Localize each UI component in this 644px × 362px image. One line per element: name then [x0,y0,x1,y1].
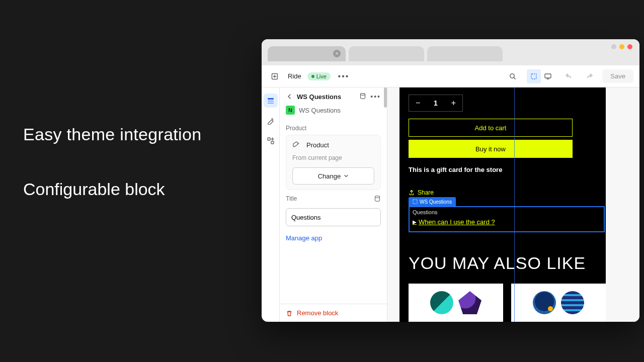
panel-scrollbar[interactable] [384,87,387,304]
share-button[interactable]: Share [409,189,434,196]
marketing-line-1: Easy theme integration [23,125,245,144]
section-label-title: Title [280,190,387,205]
app-window: × Ride Live ••• Save [262,39,639,322]
product-card[interactable] [409,284,503,322]
search-button[interactable] [506,69,520,83]
panel-more-button[interactable]: ••• [370,93,381,101]
questions-heading: Questions [413,209,601,215]
svg-rect-6 [268,103,274,104]
section-title-text: Title [286,195,297,202]
qty-minus-button[interactable]: − [409,95,427,111]
remove-block-button[interactable]: Remove block [280,304,387,322]
live-badge: Live [307,72,331,80]
browser-tab-active[interactable]: × [268,46,346,61]
panel-title: WS Questions [297,93,355,101]
preview-device: − 1 + Add to cart Buy it now This is a g… [399,87,606,322]
qty-value: 1 [427,95,444,111]
rail-app-embeds-button[interactable] [264,134,278,148]
buy-now-button[interactable]: Buy it now [409,140,573,158]
product-source-sub: From current page [292,154,374,161]
window-minimize-icon[interactable] [611,44,616,49]
share-label: Share [418,189,434,196]
product-description: This is a gift card for the store [409,166,502,173]
save-button[interactable]: Save [602,69,633,83]
change-label: Change [318,172,341,180]
marketing-text: Easy theme integration Configurable bloc… [23,125,245,199]
ws-questions-block[interactable]: Questions When can I use the card ? [409,206,605,232]
app-logo-icon: N [286,106,295,115]
svg-rect-12 [413,200,417,204]
remove-block-label: Remove block [297,309,338,317]
product-thumb-icon [533,291,556,314]
title-input[interactable] [286,208,381,226]
question-item[interactable]: When can I use the card ? [413,218,601,226]
add-to-cart-button[interactable]: Add to cart [409,119,573,137]
back-button[interactable] [286,93,293,100]
manage-app-link[interactable]: Manage app [286,234,381,242]
quantity-stepper[interactable]: − 1 + [409,95,463,112]
dots-icon: ••• [338,72,350,81]
viewport-mobile-button[interactable] [527,69,541,83]
product-icon [292,140,301,149]
svg-point-10 [298,143,299,144]
share-icon [409,190,415,196]
app-source-name: WS Questions [299,107,341,114]
section-label-product: Product [280,120,387,135]
dynamic-source-icon[interactable] [374,195,381,202]
window-controls [611,44,632,49]
product-name: Product [306,141,329,149]
caret-down-icon [344,173,349,178]
trash-icon [286,310,293,317]
undo-button[interactable] [562,69,576,83]
svg-rect-2 [531,74,536,79]
theme-name: Ride [288,72,301,80]
product-card[interactable] [511,284,606,322]
browser-tab[interactable] [349,46,424,61]
window-close-icon[interactable] [627,44,632,49]
you-may-also-like-heading: YOU MAY ALSO LIKE [409,253,586,273]
block-icon [413,199,418,204]
marketing-line-2: Configurable block [23,179,245,199]
svg-rect-5 [268,101,274,102]
rail-theme-settings-button[interactable] [264,114,278,128]
change-product-button[interactable]: Change [292,167,374,185]
rail-sections-button[interactable] [264,94,278,108]
product-thumb-icon [458,291,481,314]
viewport-switcher [526,68,556,84]
panel-header: WS Questions ••• [280,87,387,105]
preview-area: − 1 + Add to cart Buy it now This is a g… [387,87,639,322]
svg-rect-8 [271,141,274,144]
ws-questions-badge[interactable]: WS Questions [409,197,456,206]
app-source-row[interactable]: N WS Questions [280,105,387,120]
browser-tabstrip: × [262,39,639,65]
product-thumb-icon [561,291,584,314]
product-picker-card: Product From current page Change [286,135,381,190]
exit-editor-button[interactable] [268,69,282,83]
svg-point-11 [375,196,380,198]
tab-close-icon[interactable]: × [333,50,341,57]
more-menu-button[interactable]: ••• [337,69,351,83]
svg-rect-4 [268,98,274,100]
browser-tab[interactable] [427,46,503,61]
settings-panel: WS Questions ••• N WS Questions Product … [280,87,387,322]
window-maximize-icon[interactable] [619,44,624,49]
svg-rect-7 [268,138,270,140]
alignment-guide [514,87,515,322]
left-rail [262,87,280,322]
database-icon[interactable] [359,93,366,101]
product-thumb-icon [430,291,453,314]
redo-button[interactable] [582,69,596,83]
qty-plus-button[interactable]: + [445,95,462,111]
viewport-desktop-button[interactable] [541,69,555,83]
ws-badge-label: WS Questions [420,199,452,205]
svg-point-9 [361,94,365,96]
svg-rect-3 [545,74,551,78]
editor-toolbar: Ride Live ••• Save [262,65,639,87]
